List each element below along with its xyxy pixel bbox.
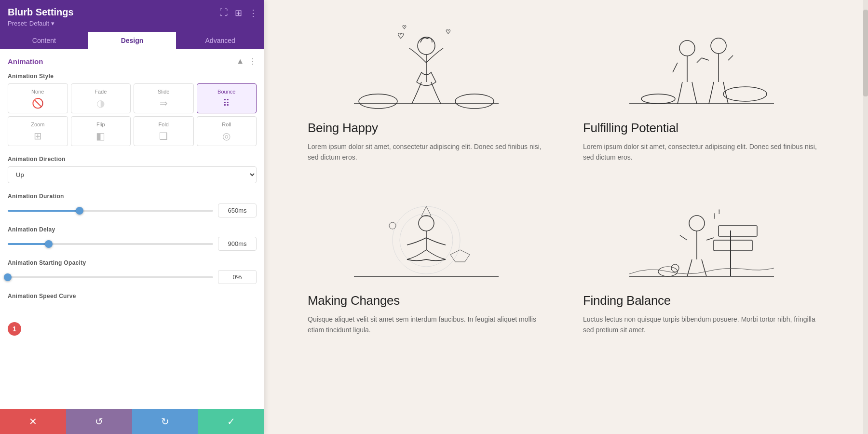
duration-thumb[interactable]: [76, 207, 83, 215]
style-roll[interactable]: Roll ◎: [197, 116, 257, 146]
duration-label: Animation Duration: [8, 193, 257, 200]
blurb-finding-balance: ! ! Finding Balance Luctus lectus non qu…: [564, 177, 839, 350]
being-happy-illustration: ♡ ♡ ♡: [308, 14, 544, 111]
opacity-row: 0%: [8, 270, 257, 284]
scrollbar-thumb[interactable]: [863, 10, 868, 96]
settings-icon[interactable]: ⋮: [249, 57, 257, 66]
finding-balance-text: Luctus lectus non quisque turpis bibendu…: [583, 314, 820, 336]
style-fade-label: Fade: [95, 89, 107, 95]
duration-slider-wrapper: [8, 206, 213, 216]
columns-icon[interactable]: ⊞: [235, 8, 242, 18]
opacity-value[interactable]: 0%: [218, 270, 257, 284]
svg-point-21: [419, 216, 434, 231]
style-none[interactable]: None 🚫: [8, 83, 68, 113]
svg-point-13: [711, 38, 726, 54]
making-changes-illustration: [308, 187, 544, 284]
opacity-thumb[interactable]: [4, 273, 12, 281]
style-fold-icon: ❑: [159, 130, 168, 142]
finding-balance-title: Finding Balance: [583, 293, 820, 308]
tab-advanced[interactable]: Advanced: [176, 32, 264, 49]
duration-track: [8, 210, 213, 212]
svg-point-10: [641, 94, 675, 104]
speed-curve-label: Animation Speed Curve: [8, 293, 257, 299]
style-zoom-icon: ⊞: [34, 130, 42, 142]
style-bounce[interactable]: Bounce ⠿: [197, 83, 257, 113]
svg-text:♡: ♡: [402, 25, 407, 30]
save-button[interactable]: ✓: [198, 409, 264, 434]
panel-footer: ✕ ↺ ↻ ✓: [0, 409, 264, 434]
style-zoom[interactable]: Zoom ⊞: [8, 116, 68, 146]
settings-panel: Blurb Settings Preset: Default ▾ ⛶ ⊞ ⋮ C…: [0, 0, 264, 434]
delay-label: Animation Delay: [8, 226, 257, 233]
svg-point-2: [455, 94, 494, 108]
style-fade[interactable]: Fade ◑: [71, 83, 131, 113]
svg-text:!: !: [719, 209, 720, 215]
main-content: ♡ ♡ ♡ Being Happy Lorem ipsum dolor sit …: [264, 0, 863, 434]
style-roll-label: Roll: [222, 122, 231, 127]
blurb-being-happy: ♡ ♡ ♡ Being Happy Lorem ipsum dolor sit …: [288, 5, 564, 177]
svg-rect-24: [719, 226, 757, 236]
expand-icon[interactable]: ⛶: [219, 8, 228, 18]
opacity-label: Animation Starting Opacity: [8, 259, 257, 266]
style-roll-icon: ◎: [222, 130, 231, 142]
svg-text:!: !: [714, 212, 716, 220]
cancel-button[interactable]: ✕: [0, 409, 66, 434]
style-none-label: None: [31, 89, 44, 95]
blurb-fulfilling-potential: Fulfilling Potential Lorem ipsum dolor s…: [564, 5, 839, 177]
fulfilling-potential-text: Lorem ipsum dolor sit amet, consectetur …: [583, 141, 820, 163]
delay-row: 900ms: [8, 237, 257, 251]
style-fold[interactable]: Fold ❑: [134, 116, 194, 146]
panel-header: Blurb Settings Preset: Default ▾ ⛶ ⊞ ⋮: [0, 0, 264, 32]
section-icons: ▲ ⋮: [236, 57, 257, 66]
finding-balance-illustration: ! !: [583, 187, 820, 284]
being-happy-text: Lorem ipsum dolor sit amet, consectetur …: [308, 141, 544, 163]
direction-label: Animation Direction: [8, 156, 257, 163]
style-flip[interactable]: Flip ◧: [71, 116, 131, 146]
blurb-grid: ♡ ♡ ♡ Being Happy Lorem ipsum dolor sit …: [288, 0, 839, 350]
svg-point-9: [723, 87, 767, 101]
style-slide[interactable]: Slide ⇒: [134, 83, 194, 113]
panel-preset[interactable]: Preset: Default ▾: [8, 20, 257, 27]
svg-marker-18: [421, 206, 431, 216]
svg-text:♡: ♡: [446, 28, 451, 35]
svg-point-11: [679, 41, 695, 56]
tab-design[interactable]: Design: [88, 32, 176, 49]
duration-fill: [8, 210, 80, 212]
svg-point-26: [689, 216, 705, 231]
delay-track: [8, 243, 213, 245]
style-bounce-label: Bounce: [217, 89, 235, 95]
style-flip-icon: ◧: [96, 130, 105, 142]
style-slide-icon: ⇒: [160, 97, 168, 109]
style-grid: None 🚫 Fade ◑ Slide ⇒ Bounce ⠿ Zoom ⊞ Fl…: [8, 83, 257, 146]
svg-point-1: [359, 94, 397, 108]
style-label: Animation Style: [8, 73, 257, 80]
delay-fill: [8, 243, 49, 245]
undo-button[interactable]: ↺: [66, 409, 132, 434]
making-changes-text: Quisque aliquet velit sit amet sem inter…: [308, 314, 544, 336]
step-badge: 1: [8, 322, 21, 336]
redo-button[interactable]: ↻: [132, 409, 198, 434]
being-happy-title: Being Happy: [308, 121, 544, 136]
section-header: Animation ▲ ⋮: [8, 57, 257, 66]
delay-value[interactable]: 900ms: [218, 237, 257, 251]
svg-point-3: [418, 37, 435, 54]
tab-bar: Content Design Advanced: [0, 32, 264, 49]
more-icon[interactable]: ⋮: [249, 8, 258, 18]
fulfilling-potential-illustration: [583, 14, 820, 111]
delay-slider-wrapper: [8, 239, 213, 249]
section-title: Animation: [8, 57, 43, 66]
opacity-track: [8, 276, 213, 278]
style-zoom-label: Zoom: [31, 122, 44, 127]
duration-value[interactable]: 650ms: [218, 203, 257, 217]
making-changes-title: Making Changes: [308, 293, 544, 308]
collapse-icon[interactable]: ▲: [236, 57, 244, 66]
style-fold-label: Fold: [159, 122, 169, 127]
tab-content[interactable]: Content: [0, 32, 88, 49]
svg-text:♡: ♡: [397, 32, 404, 40]
svg-point-19: [389, 222, 396, 229]
direction-select[interactable]: Up Down Left Right Center: [8, 166, 257, 183]
delay-thumb[interactable]: [45, 240, 53, 248]
opacity-slider-wrapper: [8, 272, 213, 282]
right-scrollbar[interactable]: [863, 0, 868, 434]
svg-rect-25: [714, 240, 752, 251]
